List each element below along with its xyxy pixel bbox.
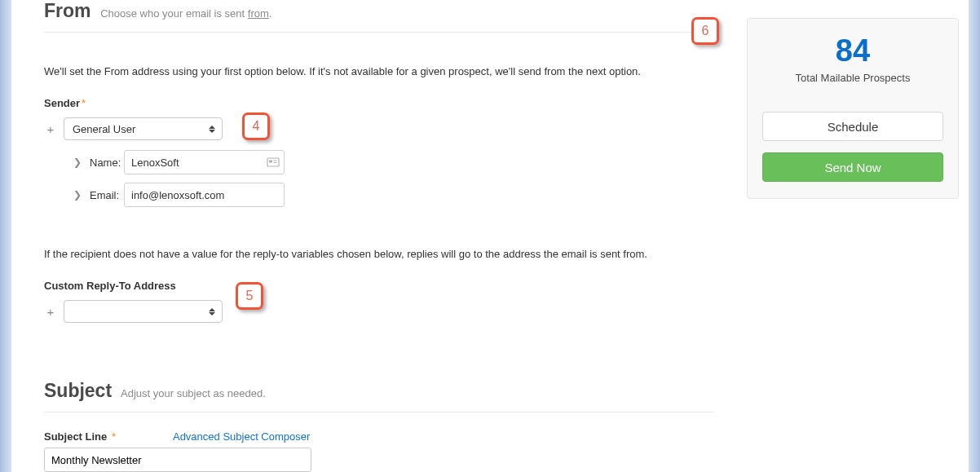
from-title: From [44, 0, 91, 21]
schedule-button-label: Schedule [828, 120, 879, 134]
callout-4: 4 [242, 112, 270, 140]
required-star-icon: * [82, 97, 86, 109]
add-sender-icon[interactable]: + [44, 122, 57, 136]
sender-name-input[interactable] [124, 150, 285, 174]
sender-name-label: Name: [90, 157, 124, 169]
from-subtitle: Choose who your email is sent from. [100, 7, 271, 20]
sender-email-input[interactable] [124, 183, 285, 207]
subject-line-label: Subject Line [44, 430, 107, 443]
send-now-button[interactable]: Send Now [762, 152, 943, 182]
callout-6: 6 [691, 17, 719, 45]
add-reply-to-icon[interactable]: + [44, 305, 57, 319]
from-subtitle-prefix: Choose who your email is sent [100, 7, 248, 20]
chevron-right-icon[interactable]: ❯ [73, 189, 82, 201]
prospect-count-label: Total Mailable Prospects [762, 72, 943, 84]
sender-label: Sender [44, 97, 80, 109]
reply-to-description: If the recipient does not have a value f… [44, 248, 714, 260]
sender-email-label: Email: [90, 189, 124, 201]
from-subtitle-suffix: . [269, 7, 272, 20]
subject-line-input[interactable] [44, 448, 311, 472]
left-edge-decoration [0, 0, 11, 472]
reply-to-label: Custom Reply-To Address [44, 280, 176, 292]
dropdown-caret-icon [209, 307, 215, 316]
schedule-button[interactable]: Schedule [762, 112, 943, 141]
prospects-panel: 84 Total Mailable Prospects Schedule Sen… [747, 18, 959, 199]
chevron-right-icon[interactable]: ❯ [73, 157, 82, 168]
subject-section-header: Subject Adjust your subject as needed. [44, 380, 714, 412]
required-star-icon: * [108, 430, 116, 443]
prospect-count: 84 [762, 33, 943, 68]
reply-to-dropdown[interactable] [64, 300, 223, 323]
subject-title: Subject [44, 380, 112, 401]
from-section-header: From Choose who your email is sent from. [44, 0, 714, 33]
dropdown-caret-icon [209, 124, 215, 134]
sender-dropdown[interactable]: General User [64, 117, 223, 140]
from-subtitle-underlined: from [248, 7, 269, 20]
from-description: We'll set the From address using your fi… [44, 65, 714, 77]
subject-subtitle: Adjust your subject as needed. [121, 387, 266, 399]
right-edge-decoration [969, 0, 980, 472]
sender-dropdown-value: General User [73, 123, 135, 135]
send-now-button-label: Send Now [824, 161, 881, 174]
advanced-subject-composer-link[interactable]: Advanced Subject Composer [173, 430, 310, 443]
callout-5: 5 [236, 282, 263, 310]
